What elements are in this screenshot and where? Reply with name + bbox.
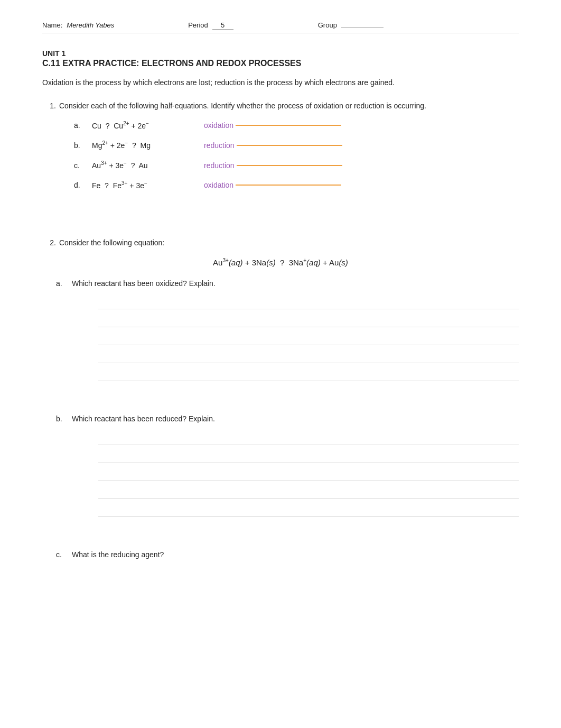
equation-a: Cu ? Cu2+ + 2e− [92,121,198,130]
answer-text-a: oxidation [204,121,233,130]
question-2-text: Consider the following equation: [59,237,164,248]
answer-text-d: oxidation [204,181,233,189]
question-1-sub-items: a. Cu ? Cu2+ + 2e− oxidation b. Mg2+ + 2… [74,121,519,190]
name-section: Name: Meredith Yabes [42,21,146,29]
question-1-text: Consider each of the following half-equa… [59,100,426,112]
question-2-number: 2. [42,237,56,248]
answer-text-c: reduction [204,161,235,170]
answer-area-2b [98,430,519,517]
answer-line-2b-4 [98,484,519,499]
answer-area-2a [98,294,519,381]
answer-underline-c [237,165,342,166]
q2-sub-label-c: c. [56,549,67,560]
intro-text: Oxidation is the process by which electr… [42,77,519,88]
header: Name: Meredith Yabes Period 5 Group [42,21,519,33]
q2-sub-text-b: Which reactant has been reduced? Explain… [72,413,215,425]
sub-item-b: b. Mg2+ + 2e− ? Mg reduction [74,140,519,150]
answer-field-c: reduction [204,161,342,170]
q2-sub-label-a: a. [56,278,67,289]
name-label: Name: [42,21,62,29]
answer-line-2b-1 [98,430,519,445]
equation-b: Mg2+ + 2e− ? Mg [92,140,198,150]
q2-sub-label-b: b. [56,413,67,425]
answer-underline-d [236,185,341,186]
answer-line-2a-3 [98,330,519,345]
group-value [341,27,384,27]
question-2-block: 2. Consider the following equation: Au3+… [42,237,519,560]
period-section: Period 5 [188,21,276,30]
group-section: Group [318,21,384,29]
group-label: Group [318,21,337,29]
period-value: 5 [212,21,233,30]
sub-label-d: d. [74,181,86,189]
sub-label-b: b. [74,141,86,150]
answer-line-2b-2 [98,448,519,463]
question-1-main: 1. Consider each of the following half-e… [42,100,519,112]
q2-sub-c: c. What is the reducing agent? [56,549,519,560]
sub-label-c: c. [74,161,86,170]
spacer-1 [42,205,519,237]
answer-field-d: oxidation [204,181,341,189]
answer-line-2a-2 [98,312,519,327]
equation-d: Fe ? Fe3+ + 3e− [92,180,198,190]
q2-sub-a: a. Which reactant has been oxidized? Exp… [56,278,519,289]
header-flex: Name: Meredith Yabes Period 5 Group [42,21,519,30]
q2-sub-b: b. Which reactant has been reduced? Expl… [56,413,519,425]
sub-label-a: a. [74,121,86,130]
page: Name: Meredith Yabes Period 5 Group UNIT… [0,0,561,728]
answer-line-2a-4 [98,348,519,363]
equation-c: Au3+ + 3e− ? Au [92,160,198,170]
equation-box-2: Au3+(aq) + 3Na(s) ? 3Na+(aq) + Au(s) [42,257,519,267]
answer-underline-b [237,145,342,146]
question-1-number: 1. [42,100,56,112]
section-title: C.11 EXTRA PRACTICE: ELECTRONS AND REDOX… [42,59,519,68]
answer-line-2b-5 [98,502,519,517]
answer-line-2a-5 [98,366,519,381]
sub-item-d: d. Fe ? Fe3+ + 3e− oxidation [74,180,519,190]
answer-text-b: reduction [204,141,235,150]
q2-sub-text-a: Which reactant has been oxidized? Explai… [72,278,216,289]
sub-item-a: a. Cu ? Cu2+ + 2e− oxidation [74,121,519,130]
answer-field-a: oxidation [204,121,341,130]
answer-underline-a [236,125,341,126]
q2-sub-text-c: What is the reducing agent? [72,549,164,560]
q2-sub-questions: a. Which reactant has been oxidized? Exp… [56,278,519,560]
answer-line-2a-1 [98,294,519,309]
answer-field-b: reduction [204,141,342,150]
question-1-block: 1. Consider each of the following half-e… [42,100,519,189]
question-2-main: 2. Consider the following equation: [42,237,519,248]
name-value: Meredith Yabes [67,21,114,29]
period-label: Period [188,21,208,29]
answer-line-2b-3 [98,466,519,481]
unit-title: UNIT 1 [42,49,519,58]
sub-item-c: c. Au3+ + 3e− ? Au reduction [74,160,519,170]
